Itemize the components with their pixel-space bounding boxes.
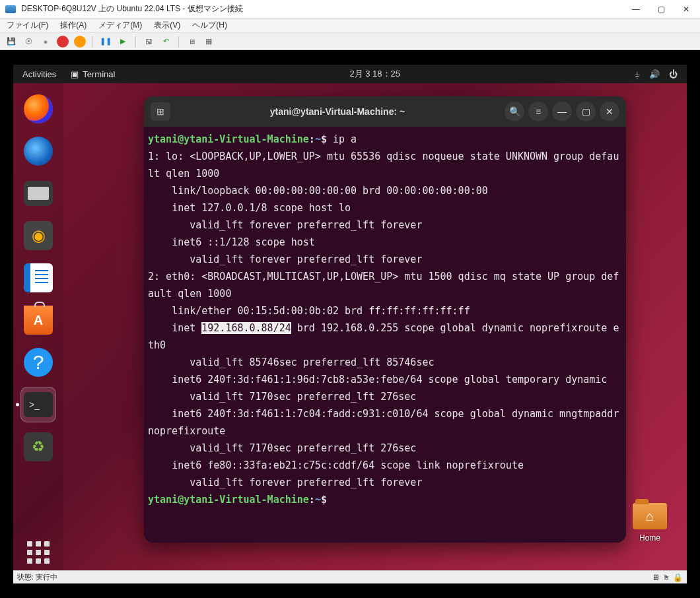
menu-help[interactable]: ヘルプ(H) [192,20,227,31]
search-button[interactable]: 🔍 [505,102,524,121]
output-block-2: brd 192.168.0.255 scope global dynamic n… [148,322,625,488]
files-icon [24,181,53,206]
close-button[interactable]: ✕ [682,5,691,14]
vm-statusbar: 状態: 実行中 🖥 🖱 🔒 [13,570,687,583]
prompt-sep: : [309,133,315,145]
vm-window-title: DESKTOP-6Q8U12V 上の Ubuntu 22.04 LTS - 仮想… [21,3,631,15]
menu-action[interactable]: 操作(A) [60,20,87,31]
dock-files[interactable] [20,176,56,211]
toolbar-revert-icon[interactable]: ↶ [160,36,172,48]
toolbar-share-icon[interactable]: ▦ [203,36,215,48]
toolbar-save-icon[interactable] [74,36,86,48]
toolbar-checkpoint-icon[interactable]: 🖫 [143,36,155,48]
folder-label: Home [633,533,667,543]
prompt-sym: $ [321,133,327,145]
terminal-title: ytani@ytani-Virtual-Machine: ~ [174,106,501,117]
prompt-sep: : [309,494,315,506]
toolbar-pause-icon[interactable]: ❚❚ [100,36,112,48]
prompt-user: ytani@ytani-Virtual-Machine [148,133,309,145]
writer-icon [24,263,53,292]
power-icon[interactable]: ⏻ [669,69,678,79]
prompt-path: ~ [315,133,321,145]
network-icon[interactable]: ⏚ [635,69,640,79]
maximize-button[interactable]: ▢ [656,5,666,14]
dock-terminal[interactable]: >_ [20,387,56,422]
gnome-topbar: Activities ▣ Terminal 2月 3 18：25 ⏚ 🔊 ⏻ [13,65,687,83]
software-icon [24,306,53,335]
firefox-icon [24,94,53,123]
terminal-icon: ▣ [71,69,79,79]
rhythmbox-icon: ◉ [24,221,53,250]
topbar-clock[interactable]: 2月 3 18：25 [115,68,635,80]
dock-rhythmbox[interactable]: ◉ [20,218,56,253]
vm-window-icon [5,5,16,13]
dock-firefox[interactable] [20,91,56,127]
terminal-output[interactable]: ytani@ytani-Virtual-Machine:~$ ip a 1: l… [144,127,626,543]
toolbar-separator [135,36,136,48]
dock: ◉ ? >_ ♻ [13,83,63,570]
window-close-button[interactable]: ✕ [600,102,619,121]
status-lock-icon: 🔒 [673,573,683,582]
command: ip a [333,133,357,145]
guest-desktop: Activities ▣ Terminal 2月 3 18：25 ⏚ 🔊 ⏻ ◉… [13,65,687,570]
help-icon: ? [24,348,53,377]
toolbar-ctrl-alt-del-icon[interactable]: 💾 [5,36,17,48]
menu-view[interactable]: 表示(V) [154,20,180,31]
activities-button[interactable]: Activities [22,69,56,79]
toolbar-shutdown-icon[interactable]: ● [40,36,52,48]
desktop-home-folder[interactable]: Home [633,503,667,543]
new-tab-button[interactable]: ⊞ [151,102,170,121]
minimize-button[interactable]: ― [631,5,641,14]
toolbar-separator [178,36,179,48]
dock-trash[interactable]: ♻ [20,429,56,465]
trash-icon: ♻ [24,432,53,461]
menu-button[interactable]: ≡ [528,102,548,121]
dock-writer[interactable] [20,260,56,296]
terminal-icon: >_ [24,392,53,417]
toolbar-separator [92,36,93,48]
thunderbird-icon [24,137,53,166]
vm-titlebar: DESKTOP-6Q8U12V 上の Ubuntu 22.04 LTS - 仮想… [0,0,700,18]
prompt-sym: $ [321,494,327,506]
topbar-app-label: Terminal [83,69,115,79]
toolbar-stop-icon[interactable]: ⦿ [22,36,34,48]
menu-file[interactable]: ファイル(F) [7,20,48,31]
apps-grid-icon [27,541,50,564]
dock-software[interactable] [20,302,56,338]
toolbar-start-icon[interactable]: ▶ [117,36,129,48]
highlighted-ip: 192.168.0.88/24 [201,322,291,334]
vm-menubar: ファイル(F) 操作(A) メディア(M) 表示(V) ヘルプ(H) [0,18,700,33]
window-minimize-button[interactable]: ― [552,102,572,121]
status-display-icon: 🖥 [652,573,660,582]
status-mouse-icon: 🖱 [662,573,670,582]
prompt-user: ytani@ytani-Virtual-Machine [148,494,309,506]
folder-icon [633,503,667,529]
menu-media[interactable]: メディア(M) [98,20,142,31]
prompt-path: ~ [315,494,321,506]
volume-icon[interactable]: 🔊 [649,69,660,79]
show-applications[interactable] [20,535,56,570]
status-text: 状態: 実行中 [17,572,57,582]
vm-toolbar: 💾 ⦿ ● ❚❚ ▶ 🖫 ↶ 🖥 ▦ [0,33,700,50]
dock-help[interactable]: ? [20,345,56,380]
toolbar-turnoff-icon[interactable] [57,36,69,48]
terminal-titlebar: ⊞ ytani@ytani-Virtual-Machine: ~ 🔍 ≡ ― ▢… [144,96,626,127]
terminal-window[interactable]: ⊞ ytani@ytani-Virtual-Machine: ~ 🔍 ≡ ― ▢… [144,96,626,543]
topbar-app-indicator[interactable]: ▣ Terminal [71,69,115,79]
toolbar-enhanced-icon[interactable]: 🖥 [186,36,197,48]
output-block-1: 1: lo: <LOOPBACK,UP,LOWER_UP> mtu 65536 … [148,150,619,334]
dock-thunderbird[interactable] [20,133,56,169]
window-maximize-button[interactable]: ▢ [576,102,596,121]
